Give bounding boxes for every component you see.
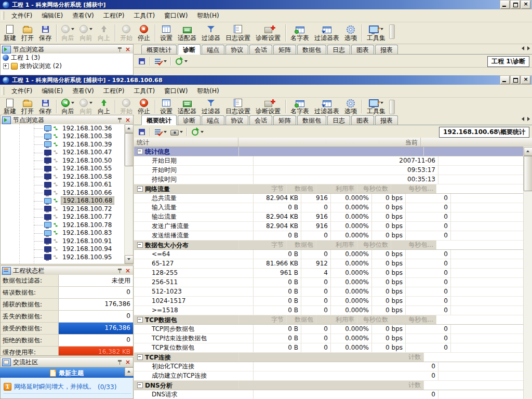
tab-概要统计[interactable]: 概要统计 [141,115,177,125]
tab-scroll-left-icon[interactable] [522,117,524,121]
toolbar-button-open-folder[interactable]: 打开 [19,22,36,44]
menu-item[interactable]: 工具(T) [129,10,159,21]
scroll-up-icon[interactable] [524,147,532,156]
window1-titlebar[interactable]: 工程 1 - 科来网络分析系统 [捕获中] [0,0,532,9]
mini-list-button[interactable] [152,127,168,137]
node-list-item[interactable]: 192.168.100.38 [1,132,133,141]
toolbar-overflow-handle[interactable] [389,24,395,39]
table-row[interactable]: 输入流量0 B00.000%0 bps0 [134,203,532,212]
menu-item[interactable]: 查看(V) [68,10,99,21]
table-group-row[interactable]: 数据包大小分布字节数据包利用率每秒位数每秒包... [134,241,532,250]
toolbar-overflow-handle[interactable] [389,100,395,114]
scroll-down-icon[interactable] [125,255,134,264]
table-row[interactable]: DNS请求0 [134,390,532,399]
menu-grip[interactable] [2,11,4,20]
node-list-item[interactable]: 192.168.100.77 [1,213,133,221]
table-row[interactable]: 总共流量82.904 KB9160.000%0 bps0 [134,194,532,203]
table-row[interactable]: TCP结束连接数据包0 B00.000%0 bps0 [134,334,532,343]
collapse-icon[interactable] [137,242,143,248]
minimize-button[interactable] [500,76,510,84]
mini-refresh-button[interactable] [173,56,189,66]
tree-item[interactable]: 按协议浏览 (2) [1,62,133,70]
tab-会话[interactable]: 会话 [249,45,272,54]
toolbar-button-forward-circle[interactable]: ▶向前 [77,98,95,115]
tab-数据包[interactable]: 数据包 [297,115,326,125]
table-row[interactable]: 初始化TCP连接0 [134,362,532,371]
menu-item[interactable]: 编辑(E) [37,10,68,21]
table-row[interactable]: TCP同步数据包0 B00.000%0 bps0 [134,325,532,334]
table-row[interactable]: >=15180 B00.000%0 bps0 [134,306,532,315]
menu-item[interactable]: 工程(P) [99,10,129,21]
menu-item[interactable]: 帮助(H) [192,86,223,96]
scrollbar-thumb[interactable] [125,133,134,166]
node-list-item[interactable]: 192.168.100.68 [1,197,133,205]
tab-scroll-right-icon[interactable] [527,46,530,50]
window2-titlebar[interactable]: 工程 1 - 科来网络分析系统 [捕获中] - 192.168.100.68 [0,75,532,85]
table-row[interactable]: TCP复位数据包0 B00.000%0 bps0 [134,343,532,353]
node-list-item[interactable]: 192.168.100.72 [1,205,133,213]
node-list-item[interactable]: 192.168.100.58 [1,172,133,181]
toolbar-button-filter-table[interactable]: 过滤器表 [312,98,342,115]
scroll-up-icon[interactable] [125,124,134,133]
minimize-button[interactable] [500,1,510,9]
panel-close-icon[interactable]: × [124,117,131,123]
toolbar-button-adapter-card[interactable]: 适配器 [175,98,199,115]
toolbar-button-log-notebook[interactable]: 日志设置 [223,22,253,44]
toolbar-button-filter-funnel[interactable]: 过滤器 [199,98,223,115]
table-scrollbar[interactable] [523,147,532,399]
table-row[interactable]: 开始时间09:53:17 [134,166,532,175]
tab-报表[interactable]: 报表 [375,45,398,54]
collapse-icon[interactable] [137,354,143,360]
pin-icon[interactable] [117,117,122,123]
mini-refresh-button[interactable] [189,127,205,137]
node-list-item[interactable]: 192.168.100.95 [1,253,133,261]
node-list-item[interactable]: 192.168.100.61 [1,181,133,189]
table-header-row[interactable]: 统计 当前 [134,138,532,147]
toolbar-button-save-floppy[interactable]: 保存 [36,22,54,44]
toolbar-button-stop-circle[interactable]: 停止 [135,22,153,44]
table-group-row[interactable]: TCP数据包字节数据包利用率每秒位数每秒包... [134,315,532,325]
node-list-item[interactable]: 192.168.100.39 [1,140,133,149]
node-list-item[interactable]: 192.168.100.55 [1,165,133,173]
tab-端点[interactable]: 端点 [202,45,224,54]
table-row[interactable]: 成功建立的TCP连接0 [134,371,532,381]
scroll-up-icon[interactable] [125,367,134,376]
menu-item[interactable]: 工具(T) [129,86,159,96]
table-group-row[interactable]: TCP连接计数 [134,353,532,362]
pin-icon[interactable] [117,268,122,274]
tab-概要统计[interactable]: 概要统计 [141,45,177,54]
toolbar-button-options-gear[interactable]: 选项 [342,22,360,44]
toolbar-button-name-table[interactable]: 名字表 [288,22,312,44]
scrollbar-thumb[interactable] [524,156,532,191]
table-row[interactable]: 256-5110 B00.000%0 bps0 [134,278,532,287]
tab-矩阵[interactable]: 矩阵 [273,115,296,125]
toolbar-button-open-folder[interactable]: 打开 [19,98,36,115]
toolbar-button-filter-table[interactable]: 过滤器表 [312,22,342,44]
toolbar-button-diagnosis-box[interactable]: 诊断设置 [253,98,283,115]
toolbar-button-filter-funnel[interactable]: 过滤器 [199,22,223,44]
toolbar-button-new-file[interactable]: 新建 [1,98,19,115]
node-list-item[interactable]: 192.168.100.66 [1,189,133,197]
table-row[interactable]: 128-255961 B40.000%0 bps0 [134,269,532,278]
mini-camera-button[interactable] [168,127,184,137]
tree-item[interactable]: 工程 1 (3) [1,54,133,62]
tab-协议[interactable]: 协议 [225,45,248,54]
node-list-scrollbar[interactable] [124,124,133,264]
panel-close-icon[interactable]: × [124,359,131,365]
pin-icon[interactable] [117,47,122,52]
tab-会话[interactable]: 会话 [249,115,272,125]
tab-日志[interactable]: 日志 [327,115,350,125]
menu-item[interactable]: 窗口(W) [159,86,192,96]
table-row[interactable]: 输出流量82.904 KB9160.000%0 bps0 [134,212,532,222]
table-row[interactable]: 开始日期2007-11-06 [134,156,532,166]
tab-scroll-right-icon[interactable] [527,117,530,121]
panel-close-icon[interactable]: × [124,268,131,274]
menu-grip[interactable] [2,87,4,95]
node-list-item[interactable]: 192.168.100.36 [1,124,133,132]
collapse-icon[interactable] [137,149,143,154]
toolbar-button-settings-grid[interactable]: 设置 [157,22,175,44]
restore-button[interactable] [511,1,520,9]
tab-诊断[interactable]: 诊断 [178,44,201,55]
community-topic-link[interactable]: 1网络延时瞬间增大，并掉线。(0/33) [4,382,131,394]
toolbar-button-up-arrow[interactable]: 向上 [95,22,113,44]
